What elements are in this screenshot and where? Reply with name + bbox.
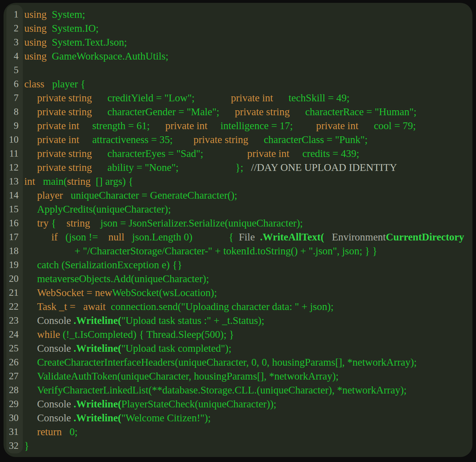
code-token: json = JsonSerializer.Serialize(uniqueCh… <box>100 217 303 229</box>
line-number: 27 <box>4 369 22 383</box>
line-number: 6 <box>4 77 22 91</box>
code-token: "Upload task status :" + _t.Status); <box>121 315 264 326</box>
code-line: 14player uniqueCharacter = GenerateChara… <box>4 188 472 202</box>
line-number: 29 <box>4 397 22 411</box>
code-token: { <box>51 217 66 229</box>
code-token: private string <box>37 92 107 103</box>
line-number: 16 <box>4 216 22 230</box>
source-text: metaverseObjects.Add(uniqueCharacter); <box>22 272 472 286</box>
line-number: 4 <box>4 49 22 63</box>
line-number: 10 <box>4 133 22 147</box>
code-token: GameWorkspace.AuthUtils; <box>52 50 168 62</box>
code-token: intelligence = 17; <box>220 120 293 131</box>
code-token: metaverseObjects.Add(uniqueCharacter); <box>37 273 209 284</box>
line-number: 13 <box>4 174 22 188</box>
code-token: "Welcome Citizen!"); <box>121 412 211 423</box>
code-line: 4using GameWorkspace.AuthUtils; <box>4 49 472 63</box>
code-token: private string <box>37 148 107 159</box>
code-token: WebSocket = new <box>37 287 112 298</box>
code-token: Task _t = await <box>37 301 111 312</box>
code-token: techSkill = 49; <box>288 92 349 103</box>
code-token: + "/CharacterStorage/Character-" + token… <box>75 245 377 257</box>
code-token: ability = "None"; <box>107 162 179 173</box>
source-text: ValidateAuthToken(uniqueCharacter, housi… <box>22 369 472 383</box>
code-token: WebSocket(wsLocation); <box>112 287 217 298</box>
source-text: WebSocket = newWebSocket(wsLocation); <box>22 286 472 300</box>
code-token: string <box>67 176 91 187</box>
code-token: attractiveness = 35; <box>92 134 173 145</box>
code-token: connection.send("Uploading character dat… <box>111 301 334 312</box>
code-token: 0; <box>70 426 78 437</box>
line-number: 14 <box>4 188 22 202</box>
code-line: 5 <box>4 63 472 77</box>
code-line: 26CreateCharacterInterfaceHeaders(unique… <box>4 355 472 369</box>
code-token: "Upload task completed"); <box>121 342 231 354</box>
code-token: catch (SerializationException e) {} <box>37 259 182 270</box>
source-text: private int attractiveness = 35; private… <box>22 133 472 147</box>
code-line: 3using System.Text.Json; <box>4 35 472 49</box>
code-line: 15ApplyCredits(uniqueCharacter); <box>4 202 472 216</box>
code-token: try <box>37 217 51 229</box>
code-editor-panel: 1using System;2using System.IO;3using Sy… <box>4 3 472 457</box>
code-line: 7private string creditYield = "Low"; pri… <box>4 91 472 105</box>
code-token: { <box>229 231 239 243</box>
code-token: System.Text.Json; <box>52 36 127 48</box>
code-token: string <box>66 217 100 229</box>
line-number: 11 <box>4 147 22 161</box>
code-token: characterEyes = "Sad"; <box>107 148 203 159</box>
code-token: characterGender = "Male"; <box>107 106 219 117</box>
code-token: if <box>51 231 65 243</box>
code-token: private string <box>193 134 263 145</box>
source-text: + "/CharacterStorage/Character-" + token… <box>22 244 472 258</box>
code-token: CurrentDirectory <box>386 231 464 243</box>
code-line: 19catch (SerializationException e) {} <box>4 258 472 272</box>
code-token: player { <box>52 78 86 90</box>
code-token: characterRace = "Human"; <box>305 106 416 117</box>
line-number: 28 <box>4 383 22 397</box>
source-text: Console .Writeline("Welcome Citizen!"); <box>22 411 472 425</box>
code-line: 21WebSocket = newWebSocket(wsLocation); <box>4 286 472 300</box>
source-text: private int strength = 61; private int i… <box>22 119 472 133</box>
line-number: 21 <box>4 286 22 300</box>
code-line: 1using System; <box>4 7 472 21</box>
code-line: 22Task _t = await connection.send("Uploa… <box>4 300 472 314</box>
code-token: private string <box>235 106 305 117</box>
line-number: 23 <box>4 314 22 328</box>
code-line: 10private int attractiveness = 35; priva… <box>4 133 472 147</box>
code-token: class <box>24 78 52 90</box>
code-token: Console <box>37 398 73 410</box>
code-token: using <box>24 9 52 20</box>
line-number: 2 <box>4 21 22 35</box>
line-number: 22 <box>4 300 22 314</box>
code-token: .WriteAllText( <box>260 231 324 243</box>
code-token: } <box>24 440 29 451</box>
source-text: Console .Writeline("Upload task status :… <box>22 314 472 328</box>
code-line: 8private string characterGender = "Male"… <box>4 105 472 119</box>
code-token: VerifyCharacterLinkedList(**database.Sto… <box>37 384 406 396</box>
code-line: 11private string characterEyes = "Sad"; … <box>4 147 472 161</box>
code-area[interactable]: 1using System;2using System.IO;3using Sy… <box>4 7 472 453</box>
line-number: 26 <box>4 355 22 369</box>
code-line: 29Console .Writeline(PlayerStateCheck(un… <box>4 397 472 411</box>
source-text: using System.Text.Json; <box>22 35 472 49</box>
code-token: (json != <box>65 231 108 243</box>
source-text: Task _t = await connection.send("Uploadi… <box>22 300 472 314</box>
code-line: 28VerifyCharacterLinkedList(**database.S… <box>4 383 472 397</box>
code-token: Console <box>37 342 73 354</box>
source-text: private string characterGender = "Male";… <box>22 105 472 119</box>
code-token: private int <box>37 120 92 131</box>
code-token: using <box>24 22 52 34</box>
source-text: player uniqueCharacter = GenerateCharact… <box>22 188 472 202</box>
code-token: private string <box>37 162 107 173</box>
source-text: CreateCharacterInterfaceHeaders(uniqueCh… <box>22 355 472 369</box>
code-token: uniqueCharacter = GenerateCharacter(); <box>71 189 237 201</box>
line-number: 18 <box>4 244 22 258</box>
line-number: 3 <box>4 35 22 49</box>
code-token: File <box>239 231 260 243</box>
source-text: int main(string [] args) { <box>22 174 472 188</box>
code-token: main( <box>43 176 67 187</box>
code-token <box>179 162 236 173</box>
source-text: Console .Writeline(PlayerStateCheck(uniq… <box>22 397 472 411</box>
code-token: .Writeline( <box>73 342 121 354</box>
code-token: cool = 79; <box>374 120 416 131</box>
